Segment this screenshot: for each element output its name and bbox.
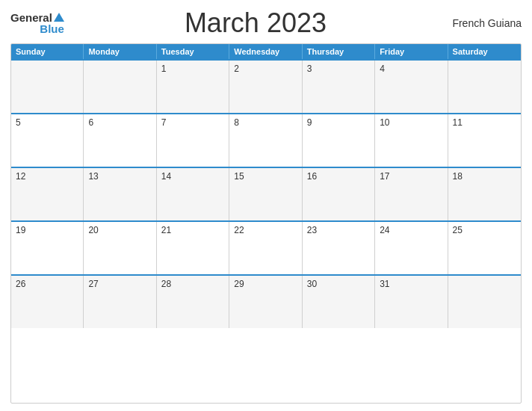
day-number: 6 — [88, 117, 93, 128]
cal-cell-w4-d3: 29 — [229, 276, 302, 328]
day-number: 21 — [161, 225, 171, 235]
cal-cell-w4-d5: 31 — [375, 276, 448, 328]
cal-cell-w0-d2: 1 — [157, 61, 229, 113]
cal-cell-w1-d0: 5 — [11, 114, 84, 167]
cal-cell-w4-d4: 30 — [303, 276, 375, 328]
day-number: 5 — [16, 117, 21, 128]
cal-cell-w0-d0 — [11, 61, 84, 113]
day-number: 27 — [88, 279, 98, 289]
calendar-header: Sunday Monday Tuesday Wednesday Thursday… — [11, 44, 521, 59]
day-number: 26 — [16, 279, 25, 289]
day-number: 4 — [380, 64, 385, 74]
cal-cell-w3-d1: 20 — [84, 222, 156, 274]
cal-cell-w2-d3: 15 — [229, 168, 302, 220]
calendar-week-2: 567891011 — [11, 113, 521, 167]
day-number: 10 — [380, 117, 389, 128]
day-number: 16 — [307, 171, 317, 182]
day-number: 1 — [161, 64, 167, 74]
page: General Blue March 2023 French Guiana Su… — [0, 0, 532, 411]
day-number: 7 — [161, 117, 167, 128]
cal-cell-w1-d4: 9 — [303, 114, 375, 167]
cal-cell-w0-d6 — [448, 61, 521, 113]
cal-cell-w1-d3: 8 — [229, 114, 302, 167]
day-number: 25 — [453, 225, 463, 235]
logo: General Blue — [10, 12, 64, 34]
calendar: Sunday Monday Tuesday Wednesday Thursday… — [10, 43, 522, 404]
day-number: 13 — [88, 171, 98, 182]
day-number: 12 — [16, 171, 25, 182]
day-number: 29 — [234, 279, 244, 289]
day-number: 11 — [453, 117, 463, 128]
day-number: 19 — [16, 225, 25, 235]
cal-cell-w2-d4: 16 — [303, 168, 375, 220]
cal-cell-w3-d5: 24 — [375, 222, 448, 274]
cal-cell-w3-d6: 25 — [448, 222, 521, 274]
day-number: 23 — [307, 225, 317, 235]
cal-cell-w1-d1: 6 — [84, 114, 156, 167]
day-number: 22 — [234, 225, 244, 235]
cal-cell-w0-d1 — [84, 61, 156, 113]
day-number: 14 — [161, 171, 171, 182]
calendar-week-3: 12131415161718 — [11, 167, 521, 220]
header-wednesday: Wednesday — [229, 44, 302, 59]
calendar-week-5: 262728293031 — [11, 274, 521, 328]
cal-cell-w2-d1: 13 — [84, 168, 156, 220]
header-thursday: Thursday — [303, 44, 375, 59]
header-monday: Monday — [84, 44, 156, 59]
day-number: 2 — [234, 64, 239, 74]
header-sunday: Sunday — [11, 44, 84, 59]
cal-cell-w1-d5: 10 — [375, 114, 448, 167]
calendar-week-1: 1234 — [11, 59, 521, 113]
cal-cell-w3-d4: 23 — [303, 222, 375, 274]
cal-cell-w4-d1: 27 — [84, 276, 156, 328]
day-number: 8 — [234, 117, 239, 128]
cal-cell-w2-d0: 12 — [11, 168, 84, 220]
day-number: 31 — [380, 279, 389, 289]
cal-cell-w2-d2: 14 — [157, 168, 229, 220]
cal-cell-w0-d3: 2 — [229, 61, 302, 113]
cal-cell-w2-d6: 18 — [448, 168, 521, 220]
header-friday: Friday — [375, 44, 448, 59]
day-number: 28 — [161, 279, 171, 289]
day-number: 30 — [307, 279, 317, 289]
cal-cell-w0-d5: 4 — [375, 61, 448, 113]
header-tuesday: Tuesday — [157, 44, 229, 59]
day-number: 17 — [380, 171, 389, 182]
day-number: 18 — [453, 171, 463, 182]
cal-cell-w2-d5: 17 — [375, 168, 448, 220]
day-number: 20 — [88, 225, 98, 235]
cal-cell-w3-d2: 21 — [157, 222, 229, 274]
region-label: French Guiana — [447, 17, 522, 29]
cal-cell-w1-d2: 7 — [157, 114, 229, 167]
cal-cell-w3-d3: 22 — [229, 222, 302, 274]
day-number: 15 — [234, 171, 244, 182]
logo-triangle-icon — [54, 13, 64, 22]
logo-general-text: General — [10, 12, 52, 23]
cal-cell-w0-d4: 3 — [303, 61, 375, 113]
cal-cell-w3-d0: 19 — [11, 222, 84, 274]
day-number: 9 — [307, 117, 312, 128]
cal-cell-w1-d6: 11 — [448, 114, 521, 167]
cal-cell-w4-d6 — [448, 276, 521, 328]
calendar-body: 1234567891011121314151617181920212223242… — [11, 59, 521, 328]
logo-blue-text: Blue — [40, 23, 64, 34]
calendar-title: March 2023 — [64, 7, 447, 39]
header: General Blue March 2023 French Guiana — [10, 7, 522, 39]
day-number: 3 — [307, 64, 312, 74]
calendar-week-4: 19202122232425 — [11, 220, 521, 274]
header-saturday: Saturday — [448, 44, 521, 59]
day-number: 24 — [380, 225, 389, 235]
cal-cell-w4-d0: 26 — [11, 276, 84, 328]
cal-cell-w4-d2: 28 — [157, 276, 229, 328]
